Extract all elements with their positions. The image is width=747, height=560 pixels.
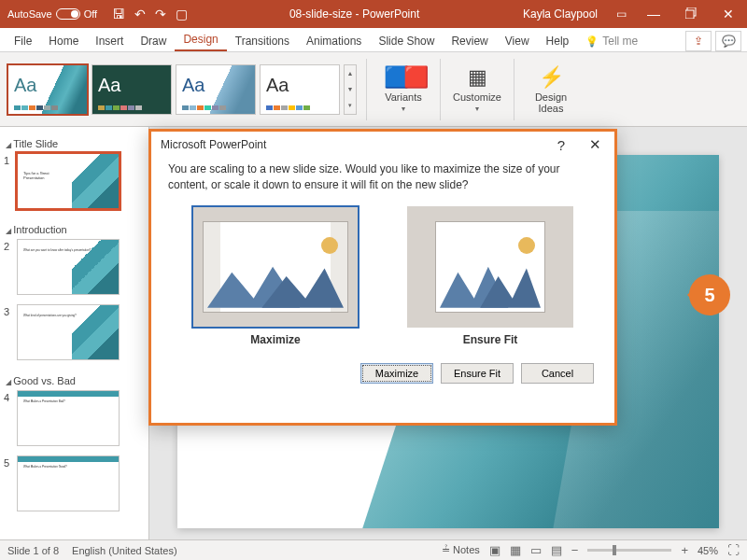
tab-draw[interactable]: Draw [132, 30, 175, 51]
save-icon[interactable]: 🖫 [112, 7, 125, 21]
theme-sample-text: Aa [266, 75, 289, 96]
variants-label: Variants [385, 91, 422, 103]
thumb-text: What are you want to know after today's … [23, 249, 91, 253]
start-slideshow-icon[interactable]: ▢ [176, 7, 188, 21]
undo-icon[interactable]: ↶ [134, 7, 146, 21]
tab-slideshow[interactable]: Slide Show [370, 30, 443, 51]
autosave-label: AutoSave [7, 8, 52, 20]
callout-number: 5 [704, 285, 714, 306]
user-name[interactable]: Kayla Claypool [514, 7, 607, 21]
slide-thumbnail[interactable]: What are you want to know after today's … [17, 239, 120, 295]
zoom-in-button[interactable]: + [681, 543, 688, 557]
section-header[interactable]: Title Slide [4, 133, 145, 153]
theme-thumbnail[interactable]: Aa [260, 64, 340, 115]
tab-home[interactable]: Home [40, 30, 87, 51]
sun-icon [518, 237, 535, 254]
svg-rect-1 [685, 10, 694, 19]
toggle-icon [56, 8, 80, 20]
language-status[interactable]: English (United States) [72, 545, 177, 556]
share-button[interactable]: ⇪ [685, 31, 712, 51]
option-ensure-fit-label: Ensure Fit [407, 333, 573, 346]
dialog-close-button[interactable]: ✕ [585, 136, 605, 153]
tab-view[interactable]: View [497, 30, 538, 51]
slide-thumbnail[interactable]: What kind of presentations are you givin… [17, 304, 120, 360]
tell-me-label: Tell me [602, 35, 638, 48]
minimize-icon[interactable]: — [635, 7, 672, 21]
zoom-slider[interactable] [587, 549, 671, 552]
slide-thumbnail[interactable]: Tips for a GreatPresentation [17, 153, 120, 209]
theme-sample-text: Aa [14, 75, 36, 96]
close-icon[interactable]: ✕ [710, 7, 747, 21]
annotation-callout: 5 [689, 274, 730, 315]
quick-access-toolbar: 🖫 ↶ ↷ ▢ [105, 7, 195, 21]
slide-number: 5 [4, 455, 13, 469]
theme-sample-text: Aa [182, 75, 204, 96]
customize-label: Customize [453, 91, 501, 103]
chevron-down-icon: ▾ [402, 105, 405, 113]
ribbon-body: Aa Aa Aa Aa ▲▼▾ 🟦🟥 Variants▾ ▦ Customize… [0, 52, 747, 127]
dialog-title-bar: Microsoft PowerPoint ? ✕ [151, 132, 614, 158]
slide-number: 2 [4, 239, 13, 252]
zoom-level[interactable]: 45% [698, 545, 718, 556]
slideshow-view-icon[interactable]: ▤ [551, 543, 562, 557]
customize-icon: ▦ [468, 65, 487, 90]
slide-thumbnail[interactable]: What Makes a Presentation Good? [17, 455, 120, 511]
notes-button[interactable]: ≟ Notes [442, 544, 480, 556]
section-header[interactable]: Introduction [4, 218, 145, 239]
separator [366, 59, 367, 120]
fit-window-icon[interactable]: ⛶ [727, 543, 740, 557]
variants-icon: 🟦🟥 [384, 65, 423, 90]
normal-view-icon[interactable]: ▣ [489, 543, 500, 557]
thumb-text: What Makes a Presentation Good? [23, 466, 67, 469]
option-ensure-fit[interactable]: Ensure Fit [407, 206, 573, 346]
tab-design[interactable]: Design [175, 28, 226, 51]
autosave-toggle[interactable]: AutoSave Off [0, 8, 105, 20]
dialog-title: Microsoft PowerPoint [161, 138, 266, 151]
slide-panel[interactable]: Title Slide 1 Tips for a GreatPresentati… [0, 127, 149, 539]
status-bar: Slide 1 of 8 English (United States) ≟ N… [0, 539, 747, 560]
slide-counter[interactable]: Slide 1 of 8 [7, 545, 59, 556]
sun-icon [321, 237, 338, 254]
tab-insert[interactable]: Insert [87, 30, 132, 51]
sorter-view-icon[interactable]: ▦ [510, 543, 521, 557]
tab-animations[interactable]: Animations [298, 30, 370, 51]
tab-help[interactable]: Help [538, 30, 578, 51]
theme-thumbnail[interactable]: Aa [176, 64, 256, 115]
dialog-help-button[interactable]: ? [554, 137, 569, 153]
tab-review[interactable]: Review [443, 30, 496, 51]
tab-transitions[interactable]: Transitions [227, 30, 298, 51]
restore-icon[interactable] [672, 7, 710, 21]
slide-number: 1 [4, 153, 13, 166]
maximize-button[interactable]: Maximize [360, 363, 433, 384]
slide-size-dialog: Microsoft PowerPoint ? ✕ You are scaling… [148, 129, 617, 426]
thumb-text: Presentation [23, 175, 44, 180]
cancel-button[interactable]: Cancel [521, 363, 594, 384]
autosave-state: Off [84, 8, 97, 20]
themes-more-button[interactable]: ▲▼▾ [344, 64, 357, 115]
theme-thumbnail[interactable]: Aa [7, 64, 88, 115]
variants-button[interactable]: 🟦🟥 Variants▾ [376, 65, 430, 113]
design-ideas-button[interactable]: ⚡ Design Ideas [524, 65, 578, 114]
tab-file[interactable]: File [6, 30, 40, 51]
ribbon-options-icon[interactable]: ▭ [607, 7, 635, 21]
tell-me-search[interactable]: Tell me [577, 30, 646, 51]
thumb-text: What kind of presentations are you givin… [23, 315, 77, 318]
section-header[interactable]: Good vs. Bad [4, 370, 145, 390]
design-ideas-label: Design Ideas [524, 91, 578, 114]
theme-thumbnail[interactable]: Aa [92, 64, 172, 115]
option-maximize[interactable]: Maximize [192, 206, 359, 346]
customize-button[interactable]: ▦ Customize▾ [450, 65, 504, 113]
thumb-text: What Makes a Presentation Bad? [23, 400, 65, 404]
theme-sample-text: Aa [98, 75, 120, 96]
slide-thumbnail[interactable]: What Makes a Presentation Bad? [17, 390, 120, 446]
comments-button[interactable]: 💬 [715, 31, 741, 51]
reading-view-icon[interactable]: ▭ [530, 543, 542, 557]
title-bar: AutoSave Off 🖫 ↶ ↷ ▢ 08-slide-size - Pow… [0, 0, 747, 28]
ensure-fit-button[interactable]: Ensure Fit [441, 363, 514, 384]
separator [514, 59, 514, 120]
option-maximize-label: Maximize [192, 333, 359, 346]
redo-icon[interactable]: ↷ [155, 7, 166, 21]
zoom-out-button[interactable]: − [571, 543, 579, 557]
slide-number: 4 [4, 390, 13, 403]
window-title: 08-slide-size - PowerPoint [195, 7, 514, 21]
